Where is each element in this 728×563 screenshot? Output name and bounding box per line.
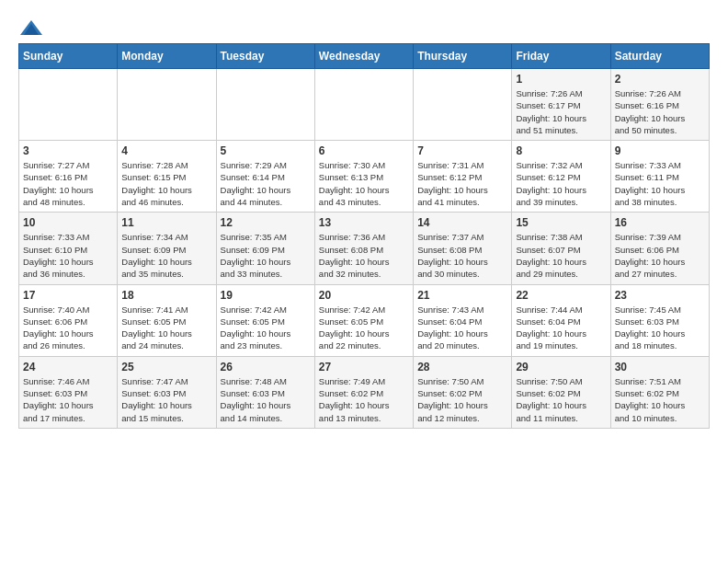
weekday-header-cell: Tuesday	[216, 44, 314, 69]
day-info: Sunrise: 7:42 AM Sunset: 6:05 PM Dayligh…	[319, 304, 409, 352]
day-number: 8	[516, 144, 606, 157]
day-info: Sunrise: 7:34 AM Sunset: 6:09 PM Dayligh…	[121, 231, 211, 280]
calendar-day-cell: 10Sunrise: 7:33 AM Sunset: 6:10 PM Dayli…	[19, 213, 118, 284]
day-number: 6	[319, 144, 409, 157]
day-number: 11	[121, 216, 211, 229]
calendar-day-cell: 16Sunrise: 7:39 AM Sunset: 6:06 PM Dayli…	[610, 213, 709, 284]
calendar-table: SundayMondayTuesdayWednesdayThursdayFrid…	[18, 43, 710, 429]
calendar-day-cell: 12Sunrise: 7:35 AM Sunset: 6:09 PM Dayli…	[216, 213, 314, 284]
day-info: Sunrise: 7:47 AM Sunset: 6:03 PM Dayligh…	[121, 375, 211, 424]
day-info: Sunrise: 7:41 AM Sunset: 6:05 PM Dayligh…	[121, 304, 211, 352]
day-info: Sunrise: 7:29 AM Sunset: 6:14 PM Dayligh…	[221, 159, 311, 208]
day-info: Sunrise: 7:46 AM Sunset: 6:03 PM Dayligh…	[23, 375, 113, 424]
weekday-header-cell: Monday	[118, 44, 216, 69]
day-number: 29	[516, 361, 606, 373]
day-number: 9	[615, 144, 705, 157]
day-info: Sunrise: 7:26 AM Sunset: 6:17 PM Dayligh…	[516, 87, 606, 136]
weekday-header-cell: Sunday	[19, 44, 118, 69]
day-info: Sunrise: 7:43 AM Sunset: 6:04 PM Dayligh…	[417, 304, 507, 352]
day-number: 3	[23, 144, 113, 157]
calendar-day-cell: 5Sunrise: 7:29 AM Sunset: 6:14 PM Daylig…	[216, 141, 314, 213]
calendar-day-cell: 3Sunrise: 7:27 AM Sunset: 6:16 PM Daylig…	[19, 141, 118, 213]
calendar-day-cell: 27Sunrise: 7:49 AM Sunset: 6:02 PM Dayli…	[314, 356, 413, 428]
calendar-day-cell	[414, 69, 512, 141]
calendar-day-cell: 29Sunrise: 7:50 AM Sunset: 6:02 PM Dayli…	[512, 356, 610, 428]
calendar-day-cell: 20Sunrise: 7:42 AM Sunset: 6:05 PM Dayli…	[314, 284, 413, 356]
day-info: Sunrise: 7:28 AM Sunset: 6:15 PM Dayligh…	[121, 159, 211, 208]
day-number: 15	[516, 216, 606, 229]
logo-icon	[18, 18, 44, 39]
day-number: 4	[121, 144, 211, 157]
calendar-day-cell: 18Sunrise: 7:41 AM Sunset: 6:05 PM Dayli…	[118, 284, 216, 356]
calendar-day-cell: 4Sunrise: 7:28 AM Sunset: 6:15 PM Daylig…	[118, 141, 216, 213]
day-info: Sunrise: 7:32 AM Sunset: 6:12 PM Dayligh…	[516, 159, 606, 208]
page-header	[9, 9, 719, 43]
calendar-day-cell: 19Sunrise: 7:42 AM Sunset: 6:05 PM Dayli…	[216, 284, 314, 356]
day-number: 14	[417, 216, 507, 229]
calendar-day-cell	[314, 69, 413, 141]
day-info: Sunrise: 7:50 AM Sunset: 6:02 PM Dayligh…	[417, 375, 507, 424]
calendar-day-cell: 22Sunrise: 7:44 AM Sunset: 6:04 PM Dayli…	[512, 284, 610, 356]
day-number: 23	[615, 289, 705, 302]
day-info: Sunrise: 7:42 AM Sunset: 6:05 PM Dayligh…	[221, 304, 311, 352]
calendar-day-cell: 23Sunrise: 7:45 AM Sunset: 6:03 PM Dayli…	[610, 284, 709, 356]
day-number: 25	[121, 361, 211, 373]
calendar-day-cell: 2Sunrise: 7:26 AM Sunset: 6:16 PM Daylig…	[610, 69, 709, 141]
calendar-day-cell: 30Sunrise: 7:51 AM Sunset: 6:02 PM Dayli…	[610, 356, 709, 428]
day-number: 5	[221, 144, 311, 157]
calendar-day-cell: 28Sunrise: 7:50 AM Sunset: 6:02 PM Dayli…	[414, 356, 512, 428]
day-info: Sunrise: 7:30 AM Sunset: 6:13 PM Dayligh…	[319, 159, 409, 208]
calendar-week-row: 10Sunrise: 7:33 AM Sunset: 6:10 PM Dayli…	[19, 213, 710, 284]
calendar-day-cell: 15Sunrise: 7:38 AM Sunset: 6:07 PM Dayli…	[512, 213, 610, 284]
day-info: Sunrise: 7:27 AM Sunset: 6:16 PM Dayligh…	[23, 159, 113, 208]
day-number: 17	[23, 289, 113, 302]
day-info: Sunrise: 7:48 AM Sunset: 6:03 PM Dayligh…	[221, 375, 311, 424]
day-info: Sunrise: 7:45 AM Sunset: 6:03 PM Dayligh…	[615, 304, 705, 352]
day-info: Sunrise: 7:37 AM Sunset: 6:08 PM Dayligh…	[417, 231, 507, 280]
day-number: 10	[23, 216, 113, 229]
day-number: 26	[221, 361, 311, 373]
day-number: 2	[615, 73, 705, 86]
day-number: 20	[319, 289, 409, 302]
day-number: 7	[417, 144, 507, 157]
weekday-header-cell: Saturday	[610, 44, 709, 69]
day-info: Sunrise: 7:49 AM Sunset: 6:02 PM Dayligh…	[319, 375, 409, 424]
day-info: Sunrise: 7:35 AM Sunset: 6:09 PM Dayligh…	[221, 231, 311, 280]
day-info: Sunrise: 7:40 AM Sunset: 6:06 PM Dayligh…	[23, 304, 113, 352]
day-number: 1	[516, 73, 606, 86]
calendar-day-cell	[216, 69, 314, 141]
day-info: Sunrise: 7:44 AM Sunset: 6:04 PM Dayligh…	[516, 304, 606, 352]
weekday-header-row: SundayMondayTuesdayWednesdayThursdayFrid…	[19, 44, 710, 69]
calendar-day-cell: 7Sunrise: 7:31 AM Sunset: 6:12 PM Daylig…	[414, 141, 512, 213]
day-info: Sunrise: 7:33 AM Sunset: 6:10 PM Dayligh…	[23, 231, 113, 280]
day-number: 21	[417, 289, 507, 302]
weekday-header-cell: Wednesday	[314, 44, 413, 69]
day-info: Sunrise: 7:26 AM Sunset: 6:16 PM Dayligh…	[615, 87, 705, 136]
day-info: Sunrise: 7:33 AM Sunset: 6:11 PM Dayligh…	[615, 159, 705, 208]
day-number: 13	[319, 216, 409, 229]
day-number: 19	[221, 289, 311, 302]
calendar-day-cell: 21Sunrise: 7:43 AM Sunset: 6:04 PM Dayli…	[414, 284, 512, 356]
calendar-day-cell: 24Sunrise: 7:46 AM Sunset: 6:03 PM Dayli…	[19, 356, 118, 428]
calendar-day-cell: 9Sunrise: 7:33 AM Sunset: 6:11 PM Daylig…	[610, 141, 709, 213]
calendar-day-cell: 13Sunrise: 7:36 AM Sunset: 6:08 PM Dayli…	[314, 213, 413, 284]
calendar-day-cell	[19, 69, 118, 141]
calendar-day-cell: 26Sunrise: 7:48 AM Sunset: 6:03 PM Dayli…	[216, 356, 314, 428]
day-number: 27	[319, 361, 409, 373]
day-number: 30	[615, 361, 705, 373]
calendar-day-cell: 25Sunrise: 7:47 AM Sunset: 6:03 PM Dayli…	[118, 356, 216, 428]
weekday-header-cell: Friday	[512, 44, 610, 69]
day-info: Sunrise: 7:39 AM Sunset: 6:06 PM Dayligh…	[615, 231, 705, 280]
day-number: 16	[615, 216, 705, 229]
day-number: 28	[417, 361, 507, 373]
day-info: Sunrise: 7:38 AM Sunset: 6:07 PM Dayligh…	[516, 231, 606, 280]
calendar-day-cell: 14Sunrise: 7:37 AM Sunset: 6:08 PM Dayli…	[414, 213, 512, 284]
calendar-day-cell: 17Sunrise: 7:40 AM Sunset: 6:06 PM Dayli…	[19, 284, 118, 356]
day-info: Sunrise: 7:50 AM Sunset: 6:02 PM Dayligh…	[516, 375, 606, 424]
calendar-day-cell: 11Sunrise: 7:34 AM Sunset: 6:09 PM Dayli…	[118, 213, 216, 284]
calendar-body: 1Sunrise: 7:26 AM Sunset: 6:17 PM Daylig…	[19, 69, 710, 429]
calendar-week-row: 3Sunrise: 7:27 AM Sunset: 6:16 PM Daylig…	[19, 141, 710, 213]
day-info: Sunrise: 7:51 AM Sunset: 6:02 PM Dayligh…	[615, 375, 705, 424]
calendar-week-row: 1Sunrise: 7:26 AM Sunset: 6:17 PM Daylig…	[19, 69, 710, 141]
calendar-day-cell	[118, 69, 216, 141]
